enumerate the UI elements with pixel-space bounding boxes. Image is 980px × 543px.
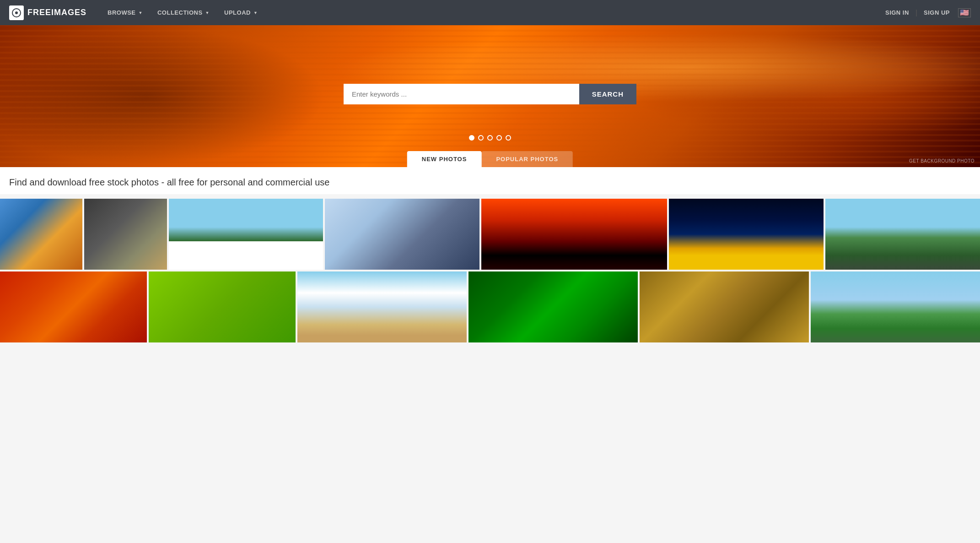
- search-input[interactable]: [344, 84, 579, 104]
- bg-credit-link[interactable]: GET BACKGROUND PHOTO: [909, 158, 975, 163]
- logo-text: FREEIMAGES: [27, 8, 86, 17]
- photo-row-2: [0, 272, 980, 342]
- list-item[interactable]: [481, 199, 667, 270]
- carousel-dot-5[interactable]: [506, 135, 511, 141]
- tab-new-photos[interactable]: NEW PHOTOS: [407, 151, 482, 167]
- carousel-dot-4[interactable]: [496, 135, 502, 141]
- photo-row-1: [0, 199, 980, 270]
- carousel-dot-3[interactable]: [487, 135, 493, 141]
- language-flag-icon[interactable]: 🇺🇸: [958, 8, 971, 17]
- sign-up-link[interactable]: SIGN UP: [924, 9, 950, 16]
- list-item[interactable]: [669, 199, 824, 270]
- nav-upload[interactable]: UPLOAD ▼: [217, 0, 265, 25]
- upload-chevron-icon: ▼: [253, 11, 258, 15]
- tagline-text: Find and download free stock photos - al…: [9, 177, 971, 188]
- tab-popular-photos[interactable]: POPULAR PHOTOS: [481, 151, 573, 167]
- tagline-section: Find and download free stock photos - al…: [0, 167, 980, 194]
- list-item[interactable]: [468, 272, 638, 342]
- list-item[interactable]: [825, 199, 980, 270]
- list-item[interactable]: [0, 199, 82, 270]
- hero-tabs: NEW PHOTOS POPULAR PHOTOS: [407, 151, 573, 167]
- svg-point-1: [15, 11, 18, 14]
- photo-grid: [0, 194, 980, 353]
- search-bar: SEARCH: [344, 84, 636, 104]
- carousel-dot-2[interactable]: [478, 135, 484, 141]
- nav-menu: BROWSE ▼ COLLECTIONS ▼ UPLOAD ▼: [100, 0, 885, 25]
- list-item[interactable]: [297, 272, 467, 342]
- list-item[interactable]: [0, 272, 147, 342]
- logo-icon: [9, 5, 24, 20]
- site-logo[interactable]: FREEIMAGES: [9, 5, 86, 20]
- nav-right: SIGN IN | SIGN UP 🇺🇸: [885, 8, 971, 17]
- search-button[interactable]: SEARCH: [579, 84, 636, 104]
- collections-chevron-icon: ▼: [205, 11, 210, 15]
- sign-in-link[interactable]: SIGN IN: [885, 9, 909, 16]
- carousel-dot-1[interactable]: [469, 135, 474, 141]
- list-item[interactable]: [325, 199, 479, 270]
- navbar: FREEIMAGES BROWSE ▼ COLLECTIONS ▼ UPLOAD…: [0, 0, 980, 25]
- list-item[interactable]: [640, 272, 809, 342]
- nav-divider: |: [915, 9, 917, 17]
- carousel-dots: [469, 135, 511, 141]
- nav-browse[interactable]: BROWSE ▼: [100, 0, 150, 25]
- list-item[interactable]: [811, 272, 980, 342]
- list-item[interactable]: [149, 272, 296, 342]
- browse-chevron-icon: ▼: [139, 11, 143, 15]
- hero-section: SEARCH NEW PHOTOS POPULAR PHOTOS GET BAC…: [0, 25, 980, 167]
- nav-collections[interactable]: COLLECTIONS ▼: [150, 0, 217, 25]
- list-item[interactable]: [169, 199, 323, 270]
- list-item[interactable]: [84, 199, 167, 270]
